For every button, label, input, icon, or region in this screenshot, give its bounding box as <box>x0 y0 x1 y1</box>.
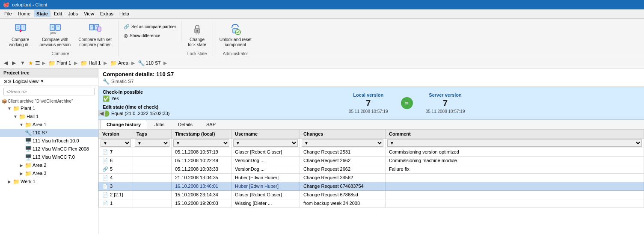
wincc-113-tree-icon: 🖥️ <box>25 154 32 160</box>
area1-toggle[interactable]: ▼ <box>19 122 24 127</box>
menu-file[interactable]: File <box>2 10 15 17</box>
row-username-cell: Glaser [Robert Glaser] <box>231 148 300 156</box>
tree-item-wincc-112[interactable]: 🖥️ 112 Visu WinCC Flex 2008 <box>0 145 98 153</box>
tree-item-werk1[interactable]: ▶ 📁 Werk 1 <box>0 178 98 186</box>
tree-item-visu-111[interactable]: 🖥️ 111 Visu InTouch 10.0 <box>0 137 98 145</box>
search-input[interactable] <box>3 88 95 95</box>
table-row[interactable]: 📄2 [2.1]15.10.2008 23:14:34Glaser [Rober… <box>99 190 644 199</box>
set-compare-partner-mini-button[interactable]: 🔗 Set as compare partner <box>122 23 178 30</box>
row-comment-cell <box>386 182 644 190</box>
row-version-cell: 📄7 <box>99 148 133 156</box>
row-timestamp-cell: 15.10.2008 19:20:03 <box>172 199 231 207</box>
checkin-yes-icon: ✅ <box>103 95 110 102</box>
breadcrumb-star-icon: ★ <box>28 60 33 66</box>
row-version-cell: 📄4 <box>99 173 133 182</box>
area2-tree-icon: 📁 <box>25 162 32 169</box>
tab-jobs[interactable]: Jobs <box>148 120 171 129</box>
filter-tags[interactable]: ▼ <box>133 138 172 148</box>
unlock-reset-button[interactable]: Unlock and resetcomponent <box>217 21 255 50</box>
filter-timestamp-select[interactable]: ▼ <box>173 139 229 147</box>
edit-state-value: Equal (21.0..2022 15:02:33) <box>111 111 169 116</box>
breadcrumb-area[interactable]: 📁 Area <box>109 59 129 67</box>
show-difference-mini-button[interactable]: ◎ Show difference <box>122 32 178 39</box>
menu-extras[interactable]: Extras <box>98 10 116 17</box>
compare-set-partner-button[interactable]: Compare with setcompare partner <box>75 21 115 50</box>
filter-version-select[interactable]: ▼ <box>101 139 131 147</box>
compare-previous-button[interactable]: prev Compare withprevious version <box>36 21 74 50</box>
tab-details[interactable]: Details <box>172 120 199 129</box>
row-tags-cell <box>133 190 172 199</box>
row-comment-cell: Commissioning version optimized <box>386 148 644 156</box>
tree-item-hall1[interactable]: ▼ 📁 Hall 1 <box>0 113 98 121</box>
filter-timestamp[interactable]: ▼ <box>172 138 231 148</box>
compare-working-button[interactable]: Compareworking di... <box>6 21 35 50</box>
werk1-toggle[interactable]: ▶ <box>7 179 12 184</box>
collapse-panel-button[interactable]: ◀ <box>98 110 105 116</box>
row-changes-cell: Change Request 2531 <box>300 148 386 156</box>
logical-view-dropdown-icon[interactable]: ▼ <box>40 79 44 83</box>
tree-item-wincc-113[interactable]: 🖥️ 113 Visu WinCC 7.0 <box>0 153 98 161</box>
filter-comment[interactable]: ▼ <box>386 138 644 148</box>
menu-help[interactable]: Help <box>117 10 132 17</box>
hall1-tree-icon: 📁 <box>19 113 26 120</box>
plant1-toggle[interactable]: ▼ <box>7 106 12 111</box>
filter-comment-select[interactable]: ▼ <box>387 139 642 147</box>
checkin-section: Check-In possible ✅ Yes Edit state (time… <box>103 89 169 117</box>
table-row[interactable]: 🔗505.11.2008 10:03:33VersionDog ...Chang… <box>99 165 644 173</box>
table-row[interactable]: 📄421.10.2008 13:04:35Huber [Edwin Huber]… <box>99 173 644 182</box>
tree-item-area3[interactable]: ▶ 📁 Area 3 <box>0 169 98 178</box>
filter-username[interactable]: ▼ <box>231 138 300 148</box>
col-version: Version <box>99 129 133 138</box>
breadcrumb-hall1[interactable]: 📁 Hall 1 <box>79 59 102 67</box>
breadcrumb-s7[interactable]: 🔧 110 S7 <box>137 59 162 67</box>
row-timestamp-cell: 05.11.2008 10:03:33 <box>172 165 231 173</box>
local-version-block: Local version 7 05.11.2008 10:57:19 <box>349 92 388 114</box>
filter-tags-select[interactable]: ▼ <box>135 139 169 147</box>
wincc-112-tree-icon: 🖥️ <box>25 146 32 152</box>
breadcrumb-plant1[interactable]: 📁 Plant 1 <box>47 59 72 67</box>
table-row[interactable]: 📄316.10.2008 13:46:01Huber [Edwin Huber]… <box>99 182 644 190</box>
tree-item-plant1[interactable]: ▼ 📁 Plant 1 <box>0 104 98 113</box>
menu-edit[interactable]: Edit <box>51 10 65 17</box>
col-username: Username <box>231 129 300 138</box>
right-panel: Component details: 110 S7 🔧 Simatic S7 C… <box>98 68 644 234</box>
filter-username-select[interactable]: ▼ <box>233 139 298 147</box>
hall1-toggle[interactable]: ▼ <box>13 114 18 119</box>
plant1-folder-icon: 📁 <box>48 60 55 66</box>
show-difference-mini-label: Show difference <box>130 33 160 38</box>
area1-tree-icon: 📁 <box>25 121 32 128</box>
tree-item-area1[interactable]: ▼ 📁 Area 1 <box>0 121 98 129</box>
menu-home[interactable]: Home <box>15 10 33 17</box>
tree-item-area2[interactable]: ▶ 📁 Area 2 <box>0 161 98 169</box>
filter-changes-select[interactable]: ▼ <box>302 139 383 147</box>
row-changes-cell: Change Request 2662 <box>300 165 386 173</box>
plant1-label: Plant 1 <box>21 106 35 111</box>
compare-working-icon <box>14 23 27 36</box>
table-row[interactable]: 📄115.10.2008 19:20:03Wissing [Dieter ...… <box>99 199 644 207</box>
area2-toggle[interactable]: ▶ <box>19 163 24 168</box>
menu-state[interactable]: State <box>34 10 50 17</box>
breadcrumb-down-button[interactable]: ▼ <box>19 59 27 66</box>
tab-sap[interactable]: SAP <box>200 120 222 129</box>
filter-version[interactable]: ▼ <box>99 138 133 148</box>
change-lock-state-button[interactable]: Changelock state <box>185 21 209 50</box>
breadcrumb-back-button[interactable]: ◀ <box>3 59 9 66</box>
server-version-block: Server version 7 05.11.2008 10:57:19 <box>426 92 465 114</box>
breadcrumb-s7-label: 110 S7 <box>146 60 161 65</box>
filter-changes[interactable]: ▼ <box>300 138 386 148</box>
table-row[interactable]: 📄605.11.2008 10:22:49VersionDog ...Chang… <box>99 156 644 165</box>
area3-toggle[interactable]: ▶ <box>19 171 24 176</box>
table-row[interactable]: 📄705.11.2008 10:57:19Glaser [Robert Glas… <box>99 148 644 156</box>
area2-label: Area 2 <box>33 163 46 168</box>
checkin-possible-label: Check-In possible <box>103 89 169 95</box>
tree-item-s7-110[interactable]: 🔧 110 S7 <box>0 129 98 137</box>
logical-view-label: Logical view <box>13 79 39 84</box>
compare-previous-icon: prev <box>48 23 62 36</box>
menu-view[interactable]: View <box>81 10 97 17</box>
versions-equal-icon: = <box>401 97 413 109</box>
breadcrumb-forward-button[interactable]: ▶ <box>11 59 17 66</box>
show-difference-mini-icon: ◎ <box>124 33 128 39</box>
tab-change-history[interactable]: Change history <box>100 120 147 129</box>
menu-jobs[interactable]: Jobs <box>65 10 80 17</box>
wincc-112-label: 112 Visu WinCC Flex 2008 <box>33 146 89 151</box>
